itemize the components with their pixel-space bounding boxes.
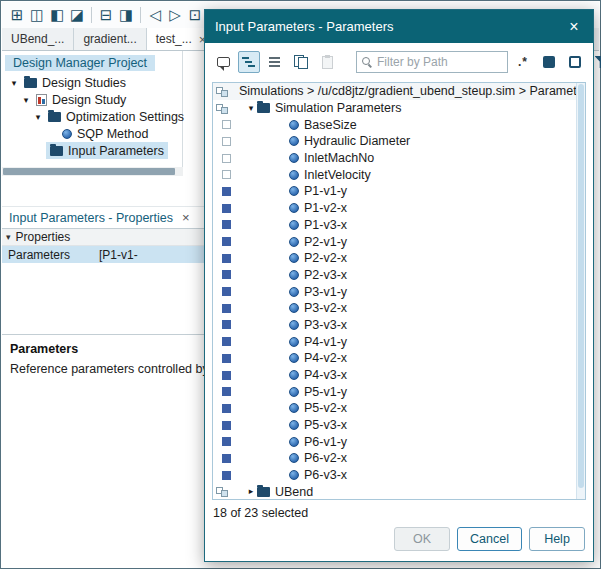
project-tree-item[interactable]: ▾Optimization Settings [2, 108, 182, 125]
expand-arrow-icon[interactable]: ▾ [8, 78, 20, 88]
param-row[interactable]: P1-v1-y [213, 183, 576, 200]
document-tab[interactable]: UBend_... [2, 28, 74, 50]
deselect-all-button[interactable] [564, 51, 586, 73]
param-checkbox[interactable] [222, 154, 231, 163]
property-row[interactable]: Parameters [P1-v1- [2, 246, 204, 263]
properties-tab[interactable]: Input Parameters - Properties × [2, 206, 204, 229]
vertical-scrollbar[interactable] [576, 83, 585, 499]
project-tree-item[interactable]: SQP Method [2, 125, 182, 142]
param-row[interactable]: P4-v3-x [213, 367, 576, 384]
expand-arrow-icon[interactable]: ▾ [32, 112, 44, 122]
project-tree-item[interactable]: Input Parameters [2, 142, 182, 159]
save-as-icon[interactable]: ◪ [67, 5, 87, 25]
param-checkbox[interactable] [222, 437, 231, 446]
close-icon[interactable]: × [565, 18, 583, 36]
param-row[interactable]: InletVelocity [213, 166, 576, 183]
param-checkbox[interactable] [222, 304, 231, 313]
param-row[interactable]: P2-v1-y [213, 233, 576, 250]
project-tree-item[interactable]: ▾Design Studies [2, 74, 182, 91]
paste-icon[interactable]: ◨ [116, 5, 136, 25]
param-row[interactable]: P3-v1-y [213, 283, 576, 300]
collapse-arrow-icon[interactable]: ▾ [6, 232, 11, 242]
param-checkbox[interactable] [222, 204, 231, 213]
param-row[interactable]: P4-v1-y [213, 333, 576, 350]
list-view-button[interactable] [264, 51, 286, 73]
ok-button[interactable]: OK [394, 527, 450, 551]
param-row[interactable]: P1-v3-x [213, 217, 576, 234]
param-row[interactable]: P2-v3-x [213, 267, 576, 284]
param-row[interactable]: P5-v2-x [213, 400, 576, 417]
horizontal-scrollbar[interactable] [2, 167, 183, 176]
expand-arrow-icon[interactable]: ▾ [20, 95, 32, 105]
tree-item-label: P4-v3-x [304, 368, 347, 382]
param-row[interactable]: P3-v3-x [213, 317, 576, 334]
cancel-button[interactable]: Cancel [457, 527, 522, 551]
filter-input[interactable] [377, 55, 502, 69]
forward-icon[interactable]: ▷ [165, 5, 185, 25]
project-panel-title[interactable]: Design Manager Project [5, 55, 155, 71]
param-checkbox[interactable] [222, 137, 231, 146]
properties-section-header[interactable]: ▾ Properties [2, 229, 204, 246]
param-checkbox[interactable] [222, 254, 231, 263]
param-checkbox[interactable] [222, 421, 231, 430]
save-icon[interactable]: ◧ [47, 5, 67, 25]
new-window-icon[interactable]: ⊞ [7, 5, 27, 25]
filter-options-button[interactable] [590, 51, 601, 73]
param-row[interactable]: BaseSize [213, 116, 576, 133]
param-checkbox[interactable] [222, 471, 231, 480]
project-tree-item[interactable]: ▾Design Study [2, 91, 182, 108]
param-checkbox[interactable] [222, 320, 231, 329]
parameter-icon [289, 420, 299, 430]
back-icon[interactable]: ◁ [145, 5, 165, 25]
param-row[interactable]: P5-v1-y [213, 383, 576, 400]
param-checkbox[interactable] [222, 120, 231, 129]
document-tab[interactable]: gradient... [74, 28, 146, 50]
param-checkbox[interactable] [222, 220, 231, 229]
folder-row[interactable]: ▾Simulation Parameters [213, 100, 576, 117]
param-row[interactable]: P3-v2-x [213, 300, 576, 317]
dialog-titlebar[interactable]: Input Parameters - Parameters × [205, 10, 593, 43]
param-checkbox[interactable] [222, 354, 231, 363]
expand-arrow-icon[interactable]: ▾ [245, 104, 257, 113]
param-checkbox[interactable] [222, 270, 231, 279]
close-icon[interactable]: × [182, 210, 190, 225]
window-icon[interactable]: ⊡ [185, 5, 205, 25]
row-gutter [213, 486, 237, 497]
path-row[interactable]: Simulations > /u/cd8jtz/gradient_ubend_s… [213, 83, 576, 100]
param-checkbox[interactable] [222, 237, 231, 246]
copy-button[interactable] [290, 51, 312, 73]
param-row[interactable]: P5-v3-x [213, 417, 576, 434]
folder-icon [48, 112, 61, 122]
param-row[interactable]: Hydraulic Diameter [213, 133, 576, 150]
param-checkbox[interactable] [222, 170, 231, 179]
param-checkbox[interactable] [222, 187, 231, 196]
param-row[interactable]: P6-v2-x [213, 450, 576, 467]
param-checkbox[interactable] [222, 387, 231, 396]
param-row[interactable]: InletMachNo [213, 150, 576, 167]
param-row[interactable]: P6-v1-y [213, 433, 576, 450]
param-checkbox[interactable] [222, 454, 231, 463]
paste-button[interactable] [316, 51, 338, 73]
param-row[interactable]: P6-v3-x [213, 467, 576, 484]
open-window-icon[interactable]: ◫ [27, 5, 47, 25]
expand-arrow-icon[interactable]: ▸ [245, 487, 257, 496]
scrollbar-thumb[interactable] [3, 168, 175, 175]
regex-toggle-button[interactable]: .* [512, 51, 534, 73]
scrollbar-thumb[interactable] [578, 84, 584, 488]
param-checkbox[interactable] [222, 337, 231, 346]
param-row[interactable]: P1-v2-x [213, 200, 576, 217]
tree-item-label: P5-v2-x [304, 401, 347, 415]
folder-row[interactable]: ▸UBend [213, 484, 576, 501]
param-row[interactable]: P4-v2-x [213, 350, 576, 367]
param-checkbox[interactable] [222, 287, 231, 296]
copy-icon[interactable]: ⊟ [96, 5, 116, 25]
select-all-button[interactable] [538, 51, 560, 73]
tree-view-button[interactable] [238, 51, 260, 73]
parameter-icon [289, 353, 299, 363]
parameter-icon [289, 136, 299, 146]
param-row[interactable]: P2-v2-x [213, 250, 576, 267]
param-checkbox[interactable] [222, 371, 231, 380]
param-checkbox[interactable] [222, 404, 231, 413]
help-button[interactable]: Help [529, 527, 585, 551]
comment-button[interactable] [212, 51, 234, 73]
